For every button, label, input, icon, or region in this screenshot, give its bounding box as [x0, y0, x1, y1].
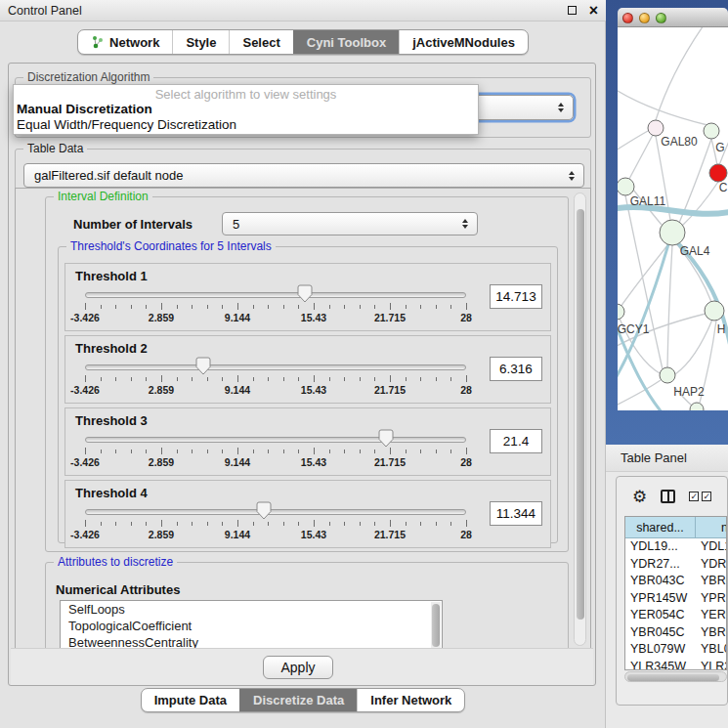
tick-mark	[146, 450, 147, 453]
slider-track[interactable]	[85, 509, 466, 515]
tick-mark	[222, 377, 223, 381]
cyni-toolbox-panel: Discretization Algorithm Select algorith…	[8, 63, 596, 686]
split-column-icon[interactable]	[661, 490, 675, 503]
network-node-gcy1[interactable]	[618, 304, 624, 320]
network-node-gal80[interactable]	[648, 120, 664, 136]
zoom-traffic-light[interactable]	[656, 13, 666, 23]
network-node-gal11[interactable]	[618, 178, 634, 195]
algorithm-option-equal-width-frequency-discretization[interactable]: Equal Width/Frequency Discretization	[14, 117, 478, 133]
tick-mark	[390, 520, 391, 527]
tab-jactivemnodules[interactable]: jActiveMNodules	[399, 30, 528, 54]
slider-thumb[interactable]	[297, 284, 313, 303]
algorithm-option-manual-discretization[interactable]: Manual Discretization	[14, 102, 478, 117]
slider-thumb[interactable]	[256, 501, 272, 520]
checkbox-icon[interactable]: ✓	[689, 492, 699, 501]
tab-cyni-toolbox[interactable]: Cyni Toolbox	[293, 30, 399, 54]
control-panel-title: Control Panel	[8, 4, 82, 18]
gear-icon[interactable]: ⚙	[632, 489, 647, 505]
attributes-list-scrollbar[interactable]	[431, 602, 441, 651]
network-node-label: H	[717, 322, 726, 336]
tick-mark	[344, 305, 345, 309]
tab-select[interactable]: Select	[229, 30, 292, 54]
combo-arrows-icon[interactable]	[569, 171, 575, 181]
threshold-value-field[interactable]: 6.316	[490, 357, 542, 381]
table-row[interactable]: YDR27...YDR2	[625, 556, 726, 574]
number-of-intervals-combobox[interactable]: 5	[222, 212, 478, 236]
column-header-shared[interactable]: shared...	[625, 517, 696, 538]
network-node-h[interactable]	[705, 301, 724, 321]
tick-mark	[192, 377, 193, 381]
table-row[interactable]: YDL19...YDL1	[625, 538, 726, 556]
table-row[interactable]: YBL079WYBL0	[625, 641, 726, 659]
table-row[interactable]: YLR345WYLR3	[625, 659, 726, 671]
combo-arrows-icon[interactable]	[558, 103, 564, 112]
tick-mark	[329, 305, 330, 309]
table-data-combobox[interactable]: galFiltered.sif default node	[23, 163, 584, 188]
tab-label: Cyni Toolbox	[307, 35, 386, 50]
tick-mark	[450, 522, 451, 526]
network-node-gal4[interactable]	[660, 220, 685, 245]
slider-thumb[interactable]	[195, 357, 211, 375]
network-window-titlebar[interactable]	[618, 8, 728, 27]
threshold-value-field[interactable]: 11.344	[490, 501, 542, 526]
tab-discretize-data[interactable]: Discretize Data	[239, 689, 357, 711]
number-of-intervals-label: Number of Intervals	[73, 217, 193, 232]
tick-mark	[268, 305, 269, 309]
table-row[interactable]: YPR145WYPR1	[625, 590, 726, 608]
close-traffic-light[interactable]	[622, 13, 633, 23]
apply-button[interactable]: Apply	[263, 656, 333, 679]
tab-style[interactable]: Style	[172, 30, 229, 54]
close-icon[interactable]: ×	[589, 1, 598, 21]
tick-label: 15.43	[301, 312, 326, 323]
threshold-value-field[interactable]: 14.713	[490, 284, 542, 309]
table-cell: YBL0	[696, 641, 727, 659]
network-canvas[interactable]: GAL80GCGAL11GAL4GCY1HHAP2	[618, 27, 728, 410]
slider-track[interactable]	[85, 292, 466, 298]
tick-mark	[268, 522, 269, 526]
attribute-item-topologicalcoefficient[interactable]: TopologicalCoefficient	[61, 618, 442, 634]
node-attribute-table[interactable]: shared...n YDL19...YDL1YDR27...YDR2YBR04…	[624, 516, 727, 670]
table-row[interactable]: YER054CYER0	[625, 607, 726, 624]
tick-mark	[406, 377, 407, 381]
tick-mark	[161, 303, 162, 310]
settings-vertical-scrollbar[interactable]	[574, 193, 586, 646]
network-node-hap2[interactable]	[660, 367, 675, 383]
attribute-item-selfloops[interactable]: SelfLoops	[61, 601, 442, 618]
table-horizontal-scrollbar[interactable]	[624, 671, 727, 682]
slider-thumb[interactable]	[378, 429, 394, 448]
minimize-traffic-light[interactable]	[639, 13, 650, 23]
bottom-tabbar: Impute DataDiscretize DataInfer Network	[0, 688, 606, 712]
tick-mark	[85, 303, 86, 310]
network-node-g[interactable]	[704, 123, 719, 139]
threshold-slider[interactable]: -3.4262.8599.14415.4321.71528	[85, 336, 466, 403]
combo-arrows-icon[interactable]	[462, 219, 468, 229]
table-cell: YDL19...	[625, 538, 696, 556]
tick-mark	[177, 377, 178, 381]
tab-impute-data[interactable]: Impute Data	[142, 689, 239, 711]
network-node-c[interactable]	[709, 164, 727, 182]
tab-network[interactable]: Network	[78, 30, 172, 54]
slider-track[interactable]	[85, 437, 466, 443]
float-window-icon[interactable]	[568, 6, 577, 15]
column-header-n[interactable]: n	[696, 517, 727, 538]
table-cell: YBR0	[696, 624, 727, 642]
table-row[interactable]: YBR045CYBR0	[625, 624, 726, 642]
tick-mark	[146, 305, 147, 309]
threshold-value-field[interactable]: 21.4	[490, 429, 542, 453]
threshold-slider[interactable]: -3.4262.8599.14415.4321.71528	[85, 481, 466, 547]
numerical-attributes-list[interactable]: SelfLoopsTopologicalCoefficientBetweenne…	[60, 600, 443, 651]
discretization-algorithm-group-title: Discretization Algorithm	[23, 70, 153, 84]
tick-mark	[420, 450, 421, 453]
tab-infer-network[interactable]: Infer Network	[357, 689, 464, 711]
tick-mark	[253, 377, 254, 381]
tick-mark	[329, 522, 330, 526]
table-row[interactable]: YBR043CYBR0	[625, 573, 726, 590]
checkbox-icon[interactable]: ✓	[702, 492, 711, 501]
tick-mark	[161, 375, 162, 382]
network-node[interactable]	[690, 403, 704, 410]
tab-label: Impute Data	[154, 693, 227, 707]
tick-mark	[131, 522, 132, 526]
threshold-slider[interactable]: -3.4262.8599.14415.4321.71528	[85, 264, 466, 330]
threshold-slider[interactable]: -3.4262.8599.14415.4321.71528	[85, 408, 466, 475]
slider-track[interactable]	[85, 364, 466, 370]
